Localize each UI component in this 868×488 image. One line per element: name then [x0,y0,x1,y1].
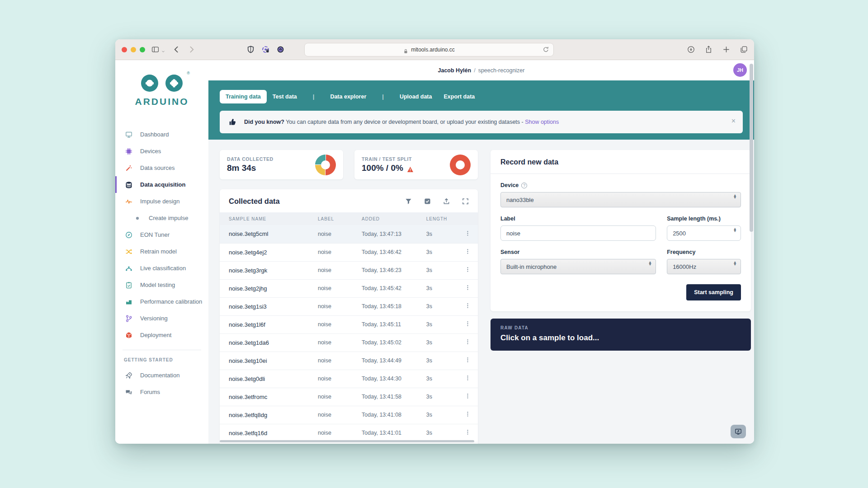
tab[interactable]: | [376,89,390,103]
sidebar-nav-item[interactable]: Data sources [115,160,208,176]
table-row[interactable]: noise.3etg3rgk noise Today, 13:46:23 3s [220,261,478,279]
table-row[interactable]: noise.3etg1da6 noise Today, 13:45:02 3s [220,333,478,352]
close-window-button[interactable] [122,47,127,52]
sidebar-nav-item[interactable]: Versioning [115,310,208,327]
table-row[interactable]: noise.3etfromc noise Today, 13:41:58 3s [220,388,478,406]
address-bar[interactable]: mltools.arduino.cc [304,43,554,56]
sidebar-nav-item[interactable]: Performance calibration [115,293,208,310]
sample-name[interactable]: noise.3etg3rgk [220,261,318,279]
password-extension-icon[interactable] [277,46,284,53]
row-menu-icon[interactable] [465,267,471,272]
sidebar-nav-item[interactable]: Data acquisition [115,176,208,193]
tab-overview-icon[interactable] [740,46,748,53]
sidebar-nav-item[interactable]: Devices [115,143,208,160]
sidebar-toggle-icon[interactable] [151,46,159,53]
row-menu-icon[interactable] [465,411,471,417]
info-banner: Did you know? You can capture data from … [220,111,743,133]
sidebar-nav-item[interactable]: Deployment [115,327,208,343]
row-menu-icon[interactable] [465,321,471,327]
zoom-window-button[interactable] [140,47,145,52]
column-header[interactable]: LABEL [318,212,362,225]
privacy-extension-icon[interactable] [262,46,269,53]
sample-name[interactable]: noise.3etg1si3 [220,297,318,315]
sample-name[interactable]: noise.3etg4ej2 [220,243,318,261]
back-icon[interactable] [173,46,180,53]
table-row[interactable]: noise.3etg4ej2 noise Today, 13:46:42 3s [220,243,478,261]
sidebar-nav-item[interactable]: Dashboard [115,126,208,143]
tab[interactable]: Test data [267,90,303,103]
start-sampling-button[interactable]: Start sampling [686,284,741,300]
sample-length: 3s [426,243,458,261]
new-tab-icon[interactable] [722,46,730,53]
sample-name[interactable]: noise.3etg5cml [220,225,318,243]
feedback-widget-button[interactable] [731,425,746,438]
sidebar-nav-item[interactable]: Retrain model [115,243,208,260]
row-menu-icon[interactable] [465,357,471,363]
help-icon[interactable]: ? [521,183,527,188]
table-row[interactable]: noise.3etg1si3 noise Today, 13:45:18 3s [220,297,478,315]
sidebar-nav-item[interactable]: Documentation [115,367,208,384]
row-menu-icon[interactable] [465,303,471,309]
upload-icon[interactable] [443,198,450,205]
row-menu-icon[interactable] [465,393,471,399]
sample-name[interactable]: noise.3etfq16d [220,424,318,442]
sample-name[interactable]: noise.3etg1l6f [220,315,318,333]
sidebar-nav-item[interactable]: EON Tuner [115,226,208,243]
table-row[interactable]: noise.3etfq8dg noise Today, 13:41:08 3s [220,406,478,424]
table-row[interactable]: noise.3etg0dli noise Today, 13:44:30 3s [220,370,478,388]
tab[interactable]: Training data [220,90,267,103]
sidebar-nav-item[interactable]: Forums [115,384,208,400]
sample-name[interactable]: noise.3etg2jhg [220,279,318,297]
expand-icon[interactable] [462,198,469,205]
tab[interactable]: Export data [438,90,481,103]
sample-name[interactable]: noise.3etfromc [220,388,318,406]
tab[interactable]: | [307,89,321,103]
panel-title: Collected data [229,197,280,206]
table-row[interactable]: noise.3etg10ei noise Today, 13:44:49 3s [220,352,478,370]
breadcrumb-user[interactable]: Jacob Hylén [438,67,472,74]
column-header[interactable]: ADDED [362,212,426,225]
sample-name[interactable]: noise.3etg0dli [220,370,318,388]
sample-name[interactable]: noise.3etg1da6 [220,333,318,352]
column-header[interactable]: SAMPLE NAME [220,212,318,225]
sample-name[interactable]: noise.3etg10ei [220,352,318,370]
table-row[interactable]: noise.3etg2jhg noise Today, 13:45:42 3s [220,279,478,297]
minimize-window-button[interactable] [131,47,136,52]
sensor-select[interactable]: Built-in microphone ▲▼ [500,259,656,274]
sample-name[interactable]: noise.3etfq8dg [220,406,318,424]
sidebar-nav-item[interactable]: Model testing [115,277,208,293]
column-header[interactable]: LENGTH [426,212,458,225]
horizontal-scrollbar[interactable] [220,440,474,442]
close-icon[interactable]: × [731,117,736,125]
select-checkbox-icon[interactable] [424,198,431,205]
sidebar-nav-item[interactable]: Live classification [115,260,208,277]
frequency-select[interactable]: 16000Hz ▲▼ [667,259,741,274]
sidebar-nav-item[interactable]: Impulse design [115,193,208,210]
show-options-link[interactable]: Show options [525,119,559,125]
row-menu-icon[interactable] [465,230,471,236]
shield-extension-icon[interactable] [247,46,255,53]
filter-icon[interactable] [405,198,412,205]
row-menu-icon[interactable] [465,375,471,381]
tab[interactable]: Data explorer [324,90,372,103]
chevron-down-icon[interactable] [161,47,165,52]
device-select[interactable]: nano33ble ▲▼ [500,192,741,207]
avatar[interactable]: JH [733,63,747,77]
sidebar-nav-item[interactable]: Create impulse [115,210,208,226]
row-menu-icon[interactable] [465,285,471,291]
table-row[interactable]: noise.3etg5cml noise Today, 13:47:13 3s [220,225,478,243]
row-menu-icon[interactable] [465,249,471,254]
row-menu-icon[interactable] [465,339,471,345]
table-row[interactable]: noise.3etfq16d noise Today, 13:41:01 3s [220,424,478,442]
vertical-scrollbar[interactable] [750,64,753,232]
tab[interactable]: Upload data [394,90,438,103]
row-menu-icon[interactable] [465,429,471,435]
number-stepper-icon[interactable]: ▲▼ [733,228,737,233]
sample-length-input[interactable]: 2500 ▲▼ [667,225,741,241]
label-input[interactable]: noise [500,225,656,241]
forward-icon[interactable] [188,46,195,53]
table-row[interactable]: noise.3etg1l6f noise Today, 13:45:11 3s [220,315,478,333]
downloads-icon[interactable] [687,46,695,53]
share-icon[interactable] [705,46,712,53]
refresh-icon[interactable] [542,46,549,53]
